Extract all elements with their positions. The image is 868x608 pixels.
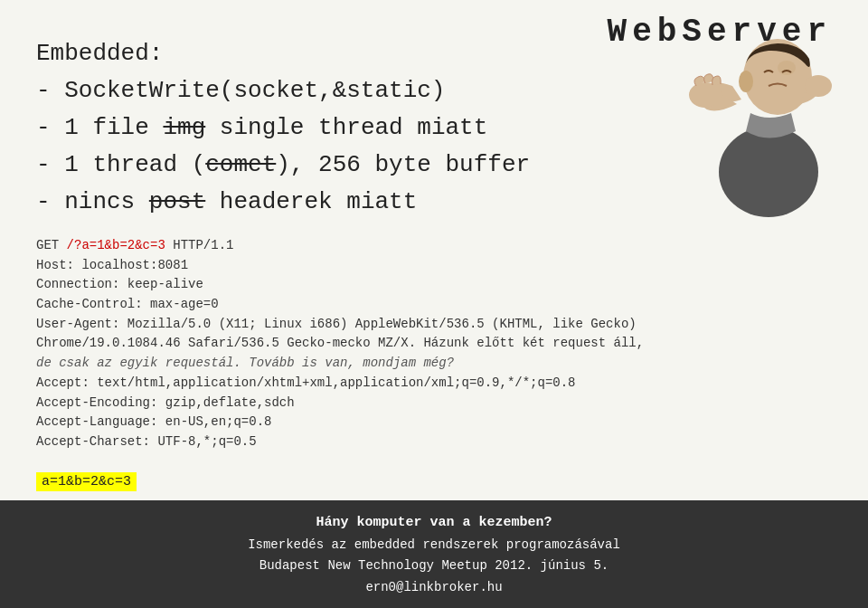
highlight-box: a=1&b=2&c=3 bbox=[36, 472, 137, 491]
http-useragent2: Chrome/19.0.1084.46 Safari/536.5 Gecko-m… bbox=[36, 336, 644, 350]
http-useragent1: User-Agent: Mozilla/5.0 (X11; Linux i686… bbox=[36, 317, 637, 331]
illustration bbox=[660, 27, 841, 217]
footer: Hány komputer van a kezemben? Ismerkedés… bbox=[0, 500, 868, 608]
http-accept-charset: Accept-Charset: UTF-8,*;q=0.5 bbox=[36, 434, 257, 449]
http-accept-language: Accept-Language: en-US,en;q=0.8 bbox=[36, 414, 271, 429]
http-version: HTTP/1.1 bbox=[165, 238, 234, 252]
http-block: GET /?a=1&b=2&c=3 HTTP/1.1 Host: localho… bbox=[36, 236, 832, 452]
http-url: /?a=1&b=2&c=3 bbox=[67, 238, 165, 252]
http-get-prefix: GET bbox=[36, 238, 67, 252]
http-cache: Cache-Control: max-age=0 bbox=[36, 297, 219, 311]
http-accept-encoding: Accept-Encoding: gzip,deflate,sdch bbox=[36, 395, 295, 410]
main-content: WebServer Embedded: bbox=[0, 0, 868, 543]
http-connection: Connection: keep-alive bbox=[36, 277, 203, 291]
svg-point-4 bbox=[805, 75, 832, 97]
svg-point-5 bbox=[778, 61, 796, 75]
footer-line2: Ismerkedés az embedded rendszerek progra… bbox=[0, 535, 868, 556]
http-accept: Accept: text/html,application/xhtml+xml,… bbox=[36, 375, 576, 390]
svg-point-3 bbox=[689, 82, 722, 108]
footer-title: Hány komputer van a kezemben? bbox=[0, 511, 868, 535]
footer-line3: Budapest New Technology Meetup 2012. jún… bbox=[0, 556, 868, 577]
strikethrough-img: img bbox=[163, 114, 205, 141]
svg-point-1 bbox=[739, 71, 753, 92]
strikethrough-post: post bbox=[149, 188, 205, 215]
svg-point-2 bbox=[719, 127, 818, 217]
http-host: Host: localhost:8081 bbox=[36, 258, 188, 272]
footer-line4: ern0@linkbroker.hu bbox=[0, 577, 868, 599]
strikethrough-comet: comet bbox=[205, 151, 276, 178]
http-comment: de csak az egyik requestál. Tovább is va… bbox=[36, 356, 454, 370]
